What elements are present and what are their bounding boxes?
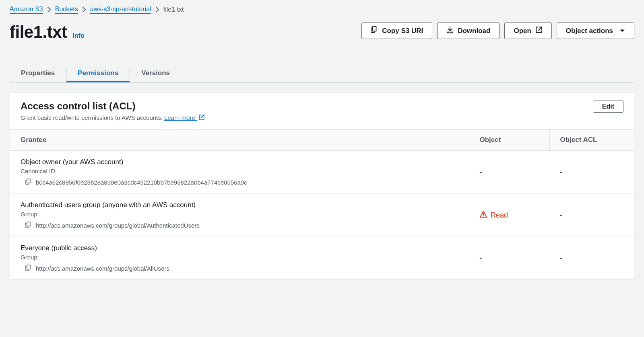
table-row: Object owner (your AWS account) Canonica… (10, 151, 634, 194)
open-label: Open (514, 27, 531, 35)
external-link-icon (535, 26, 543, 35)
acl-panel: Access control list (ACL) Grant basic re… (10, 92, 634, 280)
info-link[interactable]: Info (73, 32, 85, 39)
object-acl-permission: - (560, 211, 563, 220)
grantee-sub: Canonical ID: (21, 168, 458, 175)
open-button[interactable]: Open (504, 23, 551, 39)
object-acl-permission: - (560, 168, 563, 177)
table-row: Everyone (public access) Group: http://a… (10, 237, 634, 280)
copy-s3-uri-label: Copy S3 URI (382, 27, 423, 35)
column-object-acl: Object ACL (549, 129, 634, 151)
download-icon (446, 26, 454, 35)
grantee-sub: Group: (21, 254, 458, 261)
external-link-icon (198, 114, 205, 122)
page-root: Amazon S3 Buckets aws-s3-cp-acl-tutorial… (0, 0, 644, 291)
object-permission-read: Read (479, 210, 508, 220)
caret-down-icon (619, 27, 625, 35)
copy-icon (371, 26, 378, 35)
breadcrumb-link-s3[interactable]: Amazon S3 (10, 6, 43, 14)
chevron-right-icon (82, 7, 86, 12)
table-row: Authenticated users group (anyone with a… (10, 194, 634, 237)
breadcrumb: Amazon S3 Buckets aws-s3-cp-acl-tutorial… (10, 0, 634, 14)
object-actions-label: Object actions (566, 27, 613, 35)
grantee-title: Authenticated users group (anyone with a… (21, 201, 458, 209)
action-bar: Copy S3 URI Download Open Object actions (361, 23, 634, 39)
column-grantee: Grantee (10, 129, 469, 151)
learn-more-link[interactable]: Learn more (164, 114, 205, 121)
acl-table: Grantee Object Object ACL Object owner (… (10, 129, 634, 279)
grantee-title: Object owner (your AWS account) (21, 158, 458, 166)
tab-permissions[interactable]: Permissions (66, 64, 130, 82)
breadcrumb-link-bucket-name[interactable]: aws-s3-cp-acl-tutorial (90, 6, 151, 14)
object-acl-permission: - (560, 254, 563, 263)
acl-panel-header: Access control list (ACL) Grant basic re… (10, 92, 634, 129)
breadcrumb-current: file1.txt (163, 6, 184, 13)
page-header: file1.txt Info Copy S3 URI Download Open (10, 14, 634, 42)
acl-panel-title: Access control list (ACL) (21, 101, 205, 112)
download-label: Download (458, 27, 490, 35)
tabs: Properties Permissions Versions (10, 64, 634, 82)
copy-icon[interactable] (25, 222, 32, 229)
object-permission: - (479, 168, 482, 177)
svg-point-1 (483, 216, 484, 216)
grantee-title: Everyone (public access) (21, 244, 458, 252)
chevron-right-icon (47, 7, 51, 12)
object-actions-button[interactable]: Object actions (557, 23, 634, 39)
breadcrumb-link-buckets[interactable]: Buckets (55, 6, 78, 14)
grantee-sub: Group: (21, 211, 458, 218)
grantee-value: b0c4a62c8856f0e23b28a839e0a3cdc492210bb7… (36, 179, 247, 186)
tab-properties[interactable]: Properties (10, 64, 66, 82)
grantee-value: http://acs.amazonaws.com/groups/global/A… (36, 222, 200, 229)
copy-icon[interactable] (25, 179, 32, 186)
page-title: file1.txt (10, 23, 67, 42)
column-object: Object (469, 129, 549, 151)
copy-s3-uri-button[interactable]: Copy S3 URI (361, 23, 432, 39)
tab-versions[interactable]: Versions (130, 64, 181, 82)
grantee-value: http://acs.amazonaws.com/groups/global/A… (36, 265, 169, 272)
download-button[interactable]: Download (437, 23, 500, 39)
chevron-right-icon (155, 7, 159, 12)
copy-icon[interactable] (25, 265, 32, 272)
warning-icon (479, 210, 487, 220)
edit-button[interactable]: Edit (593, 101, 623, 113)
object-permission: - (479, 254, 482, 263)
acl-panel-desc: Grant basic read/write permissions to AW… (21, 114, 163, 121)
